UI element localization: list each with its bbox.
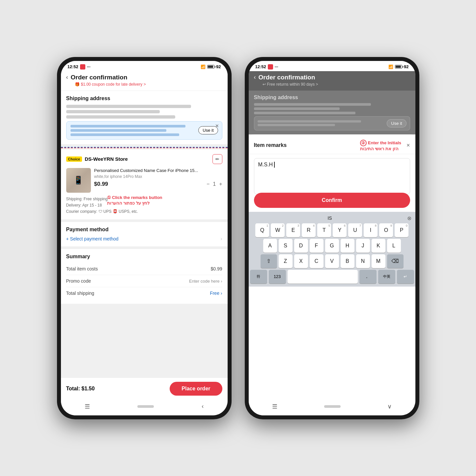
- confirm-button[interactable]: Confirm: [254, 193, 410, 208]
- return-icon: ↩: [263, 82, 266, 87]
- scroll-content-1: Shipping address Use it ✕: [61, 91, 228, 378]
- key-y[interactable]: 6Y: [333, 223, 347, 237]
- key-space[interactable]: [288, 270, 358, 284]
- key-l[interactable]: L: [387, 239, 401, 253]
- hamburger-icon-2[interactable]: ☰: [272, 403, 277, 410]
- key-h[interactable]: H: [341, 239, 354, 253]
- key-q[interactable]: 1Q: [255, 223, 269, 237]
- remarks-input[interactable]: M.S.H: [254, 158, 410, 194]
- space-row[interactable]: 符 123 。 中英 ↵: [250, 270, 414, 284]
- key-e[interactable]: 3E: [286, 223, 300, 237]
- remarks-button[interactable]: ✏: [212, 154, 222, 164]
- number-row[interactable]: 1Q 2W 3E 4R 5T 6Y 7U 8I 9O 0P: [250, 223, 414, 237]
- modal-close-button[interactable]: ×: [406, 142, 410, 149]
- choice-badge: Choice: [66, 156, 82, 162]
- battery-1: [207, 65, 214, 69]
- total-text: Total: $1.50: [66, 386, 95, 391]
- qty-minus[interactable]: −: [207, 181, 210, 187]
- key-backspace[interactable]: ⌫: [387, 254, 404, 268]
- key-o[interactable]: 9O: [379, 223, 393, 237]
- key-w[interactable]: 2W: [271, 223, 285, 237]
- key-symbol[interactable]: 符: [250, 270, 267, 284]
- summary-label-2: Total shipping: [66, 291, 95, 296]
- modal-sheet: Item remarks ② Enter the Initials הזן את…: [249, 134, 415, 400]
- down-icon[interactable]: ∨: [387, 403, 392, 410]
- summary-value-2[interactable]: Free ›: [210, 291, 222, 296]
- payment-row[interactable]: + Select payment method ›: [66, 236, 222, 242]
- promo-link[interactable]: Enter code here ›: [189, 279, 222, 284]
- key-f[interactable]: F: [310, 239, 323, 253]
- shipping-info: Shipping: Free shipping Delivery: Apr 15…: [66, 196, 222, 215]
- key-p[interactable]: 0P: [395, 223, 408, 237]
- app-icon-1: [80, 64, 85, 70]
- summary-title: Summary: [66, 254, 222, 260]
- key-x[interactable]: X: [294, 254, 308, 268]
- key-123[interactable]: 123: [269, 270, 286, 284]
- coupon-close[interactable]: ✕: [215, 123, 219, 128]
- key-chinese[interactable]: 中英: [378, 270, 395, 284]
- key-g[interactable]: G: [325, 239, 339, 253]
- back-button-1[interactable]: ‹: [66, 74, 68, 81]
- suggestion-clear[interactable]: ⊗: [407, 215, 411, 221]
- dark-use-it[interactable]: Use it: [387, 119, 406, 127]
- status-bar-2: 12:52 ··· 📶 92: [249, 61, 415, 71]
- key-s[interactable]: S: [279, 239, 293, 253]
- key-d[interactable]: D: [294, 239, 308, 253]
- zxcv-row[interactable]: ⇧ Z X C V B N M ⌫: [250, 254, 414, 268]
- summary-row-0: Total item costs $0.99: [66, 263, 222, 275]
- hamburger-icon[interactable]: ☰: [85, 403, 90, 410]
- store-name: DS-WeeYRN Store: [85, 156, 128, 162]
- address-line-3: [66, 115, 176, 119]
- key-a[interactable]: A: [263, 239, 277, 253]
- key-m[interactable]: M: [372, 254, 385, 268]
- home-indicator-2: [324, 405, 341, 408]
- store-name-row: Choice DS-WeeYRN Store: [66, 156, 128, 162]
- phone-2: 12:52 ··· 📶 92 ‹ Order confirmation ↩ Fr…: [245, 57, 419, 419]
- wifi-icon-2: 📶: [388, 65, 393, 69]
- back-button-2[interactable]: ‹: [254, 74, 256, 81]
- key-k[interactable]: K: [372, 239, 385, 253]
- key-n[interactable]: N: [356, 254, 370, 268]
- key-b[interactable]: B: [341, 254, 354, 268]
- summary-row-2: Total shipping Free ›: [66, 287, 222, 299]
- dark-coupon: Use it: [254, 116, 410, 130]
- key-j[interactable]: J: [356, 239, 370, 253]
- key-v[interactable]: V: [325, 254, 339, 268]
- header-2-dark: ‹ Order confirmation ↩ Free returns with…: [249, 71, 415, 91]
- product-variant: white,for iphone 14Pro Max: [94, 174, 222, 179]
- key-t[interactable]: 5T: [317, 223, 331, 237]
- annotation-step2: ② Enter the Initials הזן את ראשי התיבות: [360, 140, 401, 151]
- header-subtitle-1[interactable]: $1.00 coupon code for late delivery >: [81, 82, 146, 87]
- dark-shipping-title: Shipping address: [254, 95, 410, 100]
- total-display: Total: $1.50: [66, 386, 95, 392]
- summary-label-0: Total item costs: [66, 266, 98, 271]
- product-price: $0.99: [94, 181, 108, 187]
- nav-bar-2: ☰ ∨: [249, 400, 415, 415]
- key-return[interactable]: ↵: [397, 270, 414, 284]
- select-payment[interactable]: + Select payment method: [66, 236, 119, 241]
- asdf-row[interactable]: A S D F G H J K L: [250, 239, 414, 253]
- key-r[interactable]: 4R: [302, 223, 316, 237]
- key-u[interactable]: 7U: [348, 223, 362, 237]
- key-z[interactable]: Z: [279, 254, 293, 268]
- key-shift[interactable]: ⇧: [261, 254, 277, 268]
- time-2: 12:52: [255, 64, 266, 69]
- quantity-control[interactable]: − 1 +: [207, 181, 222, 187]
- wifi-icon-1: 📶: [201, 65, 206, 69]
- courier-info: Courier company: 🛡 UPS 📮 USPS, etc.: [66, 209, 222, 215]
- suggestion-text[interactable]: IS: [253, 215, 407, 221]
- payment-arrow: ›: [220, 236, 222, 242]
- summary-value-0: $0.99: [210, 266, 222, 271]
- key-i[interactable]: 8I: [364, 223, 378, 237]
- battery-pct-1: 92: [216, 64, 221, 69]
- place-order-button[interactable]: Place order: [170, 382, 222, 396]
- header-1: ‹ Order confirmation 🎁 $1.00 coupon code…: [61, 71, 228, 91]
- key-c[interactable]: C: [310, 254, 323, 268]
- qty-plus[interactable]: +: [219, 181, 222, 187]
- key-period[interactable]: 。: [359, 270, 377, 284]
- summary-row-1[interactable]: Promo code Enter code here ›: [66, 275, 222, 287]
- payment-title: Payment method: [66, 227, 222, 233]
- back-nav-icon[interactable]: ‹: [202, 403, 204, 410]
- phone-1: 12:52 ··· 📶 92 ‹ Order confirmation 🎁 $1…: [57, 57, 232, 419]
- header-subtitle-2[interactable]: Free returns within 90 days >: [267, 82, 318, 87]
